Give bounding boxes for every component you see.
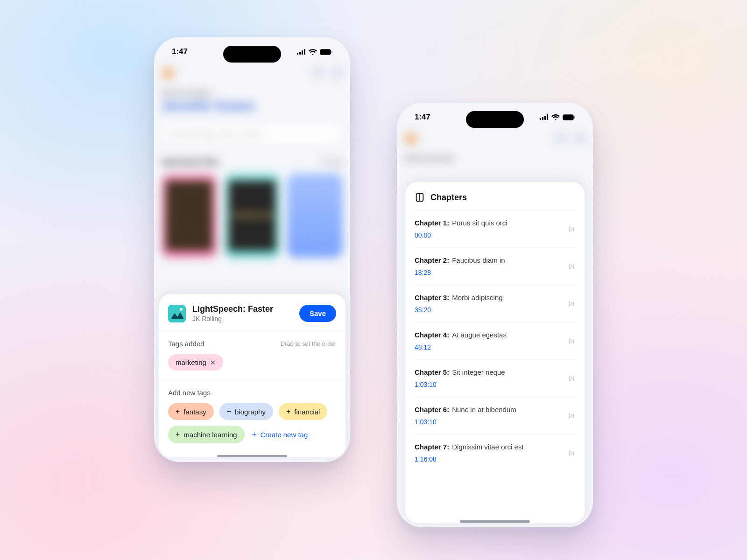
chapter-number: Chapter 3: [415, 294, 449, 301]
tag-suggestions: +fantasy+biography+financial+machine lea… [168, 403, 336, 443]
create-new-tag-label: Create new tag [261, 431, 308, 439]
tags-added-label: Tags added [168, 340, 204, 348]
section-title: Uploaded files [162, 157, 219, 167]
create-new-tag-link[interactable]: +Create new tag [250, 426, 310, 443]
skip-next-icon[interactable] [568, 412, 575, 420]
chapter-row[interactable]: Chapter 4:At augue egestas48:12 [415, 322, 575, 359]
tag-chip[interactable]: marketing✕ [168, 354, 223, 371]
search-input: Search by tags, titles, content… [162, 124, 343, 144]
chapter-row[interactable]: Chapter 2:Faucibus diam in18:28 [415, 247, 575, 285]
chapter-time: 00:00 [415, 231, 507, 239]
chapter-name: At augue egestas [452, 331, 507, 339]
svg-rect-1 [299, 52, 301, 55]
chapter-time: 18:28 [415, 269, 505, 276]
chapter-time: 1:03:10 [415, 381, 505, 388]
svg-marker-28 [569, 413, 572, 418]
home-indicator[interactable] [460, 520, 530, 523]
chapter-number: Chapter 4: [415, 331, 449, 339]
svg-rect-2 [302, 50, 303, 55]
chapter-number: Chapter 1: [415, 219, 449, 227]
tag-label: biography [235, 408, 266, 416]
svg-rect-14 [564, 115, 573, 119]
dynamic-island [466, 111, 524, 128]
tag-suggestion-chip[interactable]: +financial [279, 403, 327, 420]
svg-marker-20 [569, 264, 572, 269]
tag-suggestion-chip[interactable]: +biography [219, 403, 273, 420]
section-action: All tags [321, 159, 343, 166]
chapter-name: Faucibus diam in [452, 256, 505, 264]
phone-right: 1:47 Good morning [397, 103, 593, 527]
tag-suggestion-chip[interactable]: +machine learning [168, 426, 245, 443]
svg-rect-10 [542, 117, 543, 120]
tag-suggestion-chip[interactable]: +fantasy [168, 403, 214, 420]
svg-rect-3 [304, 49, 305, 55]
chapter-time: 48:12 [415, 343, 507, 351]
chapter-row[interactable]: Chapter 3:Morbi adipiscing35:20 [415, 285, 575, 322]
chapter-row[interactable]: Chapter 1:Purus sit quis orci00:00 [415, 210, 575, 247]
add-new-tags-label: Add new tags [168, 389, 211, 397]
save-button[interactable]: Save [299, 305, 336, 322]
svg-marker-30 [569, 450, 572, 455]
avatar [404, 132, 417, 145]
battery-icon [320, 49, 332, 55]
skip-next-icon[interactable] [568, 337, 575, 345]
greeting: Good morning [404, 154, 585, 162]
plus-icon: + [252, 430, 257, 439]
chapter-name: Purus sit quis orci [452, 219, 507, 227]
dynamic-island [223, 46, 281, 63]
svg-marker-18 [569, 226, 572, 231]
svg-rect-5 [321, 50, 330, 54]
tag-label: machine learning [183, 431, 237, 439]
cellular-icon [540, 114, 549, 120]
chapter-row[interactable]: Chapter 7:Dignissim vitae orci est1:16:0… [415, 434, 575, 471]
book-open-icon [415, 192, 425, 203]
svg-rect-0 [297, 53, 298, 55]
svg-rect-6 [331, 51, 332, 53]
sheet-subtitle: JK Rolling [192, 315, 273, 322]
avatar [162, 66, 175, 79]
book-cover [287, 174, 343, 258]
skip-next-icon[interactable] [568, 225, 575, 233]
svg-marker-22 [569, 301, 572, 306]
skip-next-icon[interactable] [568, 375, 575, 382]
chapter-time: 1:03:10 [415, 418, 516, 426]
chapter-number: Chapter 7: [415, 443, 449, 451]
remove-tag-icon[interactable]: ✕ [210, 359, 216, 366]
bell-icon [331, 67, 343, 78]
svg-rect-11 [544, 116, 546, 120]
tags-sheet: LightSpeech: Faster JK Rolling Save Tags… [159, 294, 345, 457]
chapter-name: Nunc in at bibendum [452, 406, 516, 413]
phone-left: 1:47 Good morning Jennifer Evans Search … [154, 37, 350, 462]
chapter-name: Dignissim vitae orci est [452, 443, 523, 451]
send-icon [313, 67, 324, 78]
chapter-row[interactable]: Chapter 6:Nunc in at bibendum1:03:10 [415, 397, 575, 434]
chapters-list: Chapter 1:Purus sit quis orci00:00Chapte… [405, 210, 585, 471]
chapter-number: Chapter 5: [415, 368, 449, 376]
sheet-title: LightSpeech: Faster [192, 304, 273, 314]
plus-icon: + [176, 430, 180, 439]
skip-next-icon[interactable] [568, 449, 575, 457]
chapter-row[interactable]: Chapter 5:Sit integer neque1:03:10 [415, 359, 575, 397]
book-cover [162, 174, 217, 258]
home-indicator[interactable] [217, 455, 287, 457]
chapter-time: 35:20 [415, 306, 503, 314]
status-time: 1:47 [415, 112, 430, 122]
wifi-icon [551, 114, 560, 120]
chapter-number: Chapter 6: [415, 406, 449, 413]
chapters-sheet: Chapters Chapter 1:Purus sit quis orci00… [405, 182, 585, 523]
svg-rect-12 [547, 114, 548, 120]
chapter-name: Morbi adipiscing [452, 294, 502, 301]
skip-next-icon[interactable] [568, 300, 575, 308]
tag-label: marketing [176, 358, 206, 366]
plus-icon: + [176, 407, 180, 416]
svg-marker-26 [569, 376, 572, 381]
greeting: Good morning [162, 89, 343, 97]
cellular-icon [297, 49, 306, 55]
plus-icon: + [286, 407, 290, 416]
skip-next-icon[interactable] [568, 263, 575, 270]
svg-rect-7 [168, 305, 186, 322]
book-cover: STEPHEN KING [225, 174, 280, 258]
svg-rect-9 [540, 118, 541, 120]
bell-icon [574, 133, 585, 144]
svg-rect-15 [574, 116, 575, 119]
